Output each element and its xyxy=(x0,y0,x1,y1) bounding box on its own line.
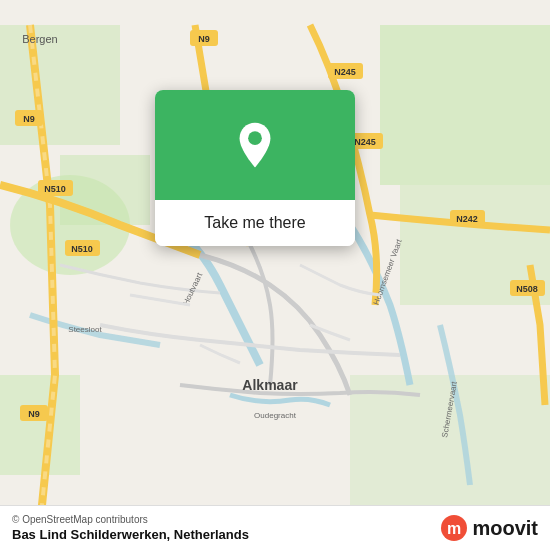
svg-text:Alkmaar: Alkmaar xyxy=(242,377,298,393)
svg-text:Oudegracht: Oudegracht xyxy=(254,411,297,420)
moovit-brand-text: moovit xyxy=(472,517,538,540)
svg-text:N9: N9 xyxy=(198,34,210,44)
map-svg: N9 N9 N510 N510 N9 N245 N245 N242 N508 xyxy=(0,0,550,550)
svg-text:N242: N242 xyxy=(456,214,478,224)
svg-point-33 xyxy=(248,131,262,145)
moovit-icon: m xyxy=(440,514,468,542)
svg-text:N510: N510 xyxy=(71,244,93,254)
svg-rect-4 xyxy=(0,375,80,475)
svg-text:N9: N9 xyxy=(23,114,35,124)
svg-text:N510: N510 xyxy=(44,184,66,194)
svg-text:m: m xyxy=(447,520,461,537)
moovit-logo: m moovit xyxy=(440,514,538,542)
popup-card: Take me there xyxy=(155,90,355,246)
map-container[interactable]: N9 N9 N510 N510 N9 N245 N245 N242 N508 xyxy=(0,0,550,550)
svg-text:N245: N245 xyxy=(354,137,376,147)
svg-rect-1 xyxy=(380,25,550,185)
bottom-left-info: © OpenStreetMap contributors Bas Lind Sc… xyxy=(12,514,249,542)
take-me-there-button[interactable]: Take me there xyxy=(155,200,355,246)
svg-text:Steesloot: Steesloot xyxy=(68,325,102,334)
svg-rect-0 xyxy=(0,25,120,145)
bottom-bar: © OpenStreetMap contributors Bas Lind Sc… xyxy=(0,505,550,550)
svg-rect-6 xyxy=(60,155,150,225)
svg-text:Bergen: Bergen xyxy=(22,33,57,45)
svg-text:N508: N508 xyxy=(516,284,538,294)
svg-text:N245: N245 xyxy=(334,67,356,77)
location-pin-icon xyxy=(231,121,279,169)
popup-header xyxy=(155,90,355,200)
svg-text:N9: N9 xyxy=(28,409,40,419)
map-attribution: © OpenStreetMap contributors xyxy=(12,514,249,525)
location-name: Bas Lind Schilderwerken, Netherlands xyxy=(12,527,249,542)
